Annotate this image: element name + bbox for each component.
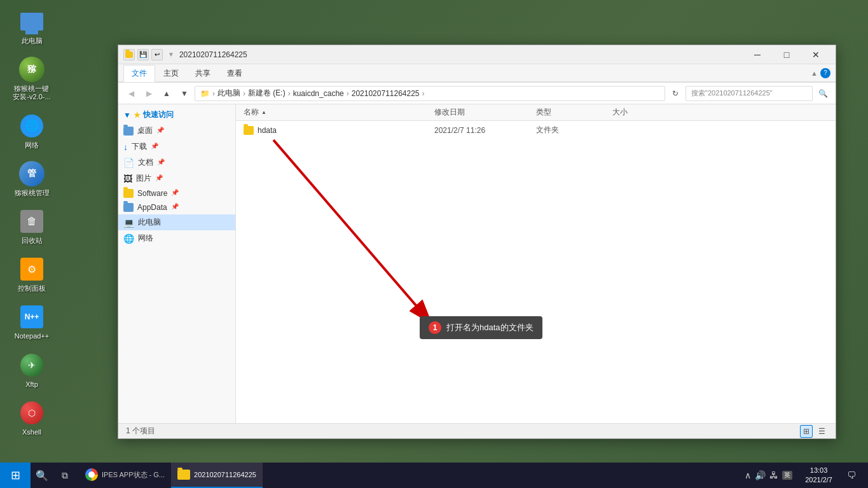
taskbar-right: ∧ 🔊 🖧 英 13:03 2021/2/7 🗨 <box>740 463 868 488</box>
taskbar-app-explorer[interactable]: 2021020711264225 <box>171 463 263 488</box>
mht-install-icon: 猕 <box>19 57 45 82</box>
sidebar-item-downloads[interactable]: ↓ 下载 📌 <box>118 139 235 155</box>
path-segment-this-pc: 📁 <box>200 89 210 98</box>
appdata-pin-icon: 📌 <box>171 203 180 212</box>
sidebar-item-software[interactable]: Software 📌 <box>118 186 235 200</box>
taskbar-app-explorer-label: 2021020711264225 <box>194 471 256 478</box>
title-bar-save-icon-btn: 💾 <box>137 49 149 60</box>
path-segment-this-pc-label: 此电脑 <box>217 88 240 99</box>
desktop-icon-recycle[interactable]: 🗑 回收站 <box>10 206 54 247</box>
recycle-icon: 🗑 <box>19 209 45 234</box>
address-path[interactable]: 📁 › 此电脑 › 新建卷 (E:) › kuaicdn_cache › 202… <box>195 86 665 101</box>
folder-taskbar-icon <box>177 470 190 480</box>
file-item-hdata-name: hdata <box>244 126 434 135</box>
sidebar-item-this-pc[interactable]: 💻 此电脑 <box>118 214 235 230</box>
status-bar: 1 个项目 ⊞ ☰ <box>118 423 836 438</box>
desktop-icon-xshell-label: Xshell <box>22 428 41 436</box>
desktop-icon-mht-manage[interactable]: 管 猕猴桃管理 <box>10 158 54 200</box>
title-bar: 💾 ↩ ▼ 2021020711264225 ─ □ ✕ <box>118 45 836 64</box>
maximize-button[interactable]: □ <box>772 45 801 64</box>
network-sidebar-icon: 🌐 <box>123 234 134 244</box>
tray-speaker-icon[interactable]: 🔊 <box>755 470 766 480</box>
sidebar-item-pictures[interactable]: 🖼 图片 📌 <box>118 171 235 186</box>
desktop-icon-xshell[interactable]: ⬡ Xshell <box>10 398 54 439</box>
ribbon-tab-view[interactable]: 查看 <box>219 65 251 82</box>
sidebar-item-docs[interactable]: 📄 文档 📌 <box>118 155 235 171</box>
col-size-label: 大小 <box>612 107 628 118</box>
main-content: ▼ ★ 快速访问 桌面 📌 ↓ 下载 📌 📄 文档 📌 <box>118 104 836 423</box>
sidebar-quick-access-header[interactable]: ▼ ★ 快速访问 <box>118 107 235 123</box>
hdata-name-label: hdata <box>258 126 277 135</box>
back-button[interactable]: ◀ <box>123 86 139 101</box>
title-bar-controls: ─ □ ✕ <box>743 45 830 64</box>
ribbon-collapse-icon[interactable]: ▲ <box>811 69 818 77</box>
task-view-button[interactable]: ⧉ <box>53 463 76 488</box>
col-header-date[interactable]: 修改日期 <box>434 107 536 118</box>
taskbar-app-ipes-label: IPES APP状态 - G... <box>102 470 165 480</box>
up-button[interactable]: ▲ <box>159 86 174 101</box>
taskbar-app-ipes[interactable]: IPES APP状态 - G... <box>79 463 171 488</box>
tray-network-icon[interactable]: 🖧 <box>769 470 778 480</box>
refresh-button[interactable]: ↻ <box>668 86 683 101</box>
ribbon-tab-share[interactable]: 共享 <box>187 65 219 82</box>
desktop-icon-xftp[interactable]: ✈ Xftp <box>10 350 54 391</box>
sidebar-item-pictures-label: 图片 <box>136 173 151 184</box>
window-title: 2021020711264225 <box>179 50 743 59</box>
forward-button[interactable]: ▶ <box>141 86 156 101</box>
close-button[interactable]: ✕ <box>801 45 830 64</box>
desktop-icon-control-panel[interactable]: ⚙ 控制面板 <box>10 254 54 295</box>
taskbar-tray: ∧ 🔊 🖧 英 <box>740 463 797 488</box>
search-placeholder: 搜索"2021020711264225" <box>691 88 773 98</box>
desktop-icon-mht-install[interactable]: 猕 猕猴桃一键安装-v2.0-... <box>10 54 54 104</box>
tray-arrow-icon[interactable]: ∧ <box>745 470 751 480</box>
start-button[interactable]: ⊞ <box>0 463 31 488</box>
search-icon-button[interactable]: 🔍 <box>815 86 830 101</box>
sidebar-item-network[interactable]: 🌐 网络 <box>118 230 235 246</box>
xftp-icon: ✈ <box>19 352 45 378</box>
ribbon-help-icon[interactable]: ? <box>820 68 830 78</box>
desktop-icon-mht-install-label: 猕猴桃一键安装-v2.0-... <box>13 85 50 101</box>
view-details-button[interactable]: ⊞ <box>800 425 813 438</box>
view-list-button[interactable]: ☰ <box>815 425 828 438</box>
desktop-icon-mht-manage-label: 猕猴桃管理 <box>15 189 50 197</box>
notification-button[interactable]: 🗨 <box>840 463 863 488</box>
tooltip-text: 打开名为hdata的文件夹 <box>446 322 534 333</box>
desktop-pin-icon: 📌 <box>156 127 165 136</box>
taskbar-date-label: 2021/2/7 <box>805 475 832 485</box>
tray-lang-icon[interactable]: 英 <box>782 471 792 480</box>
sidebar-item-desktop[interactable]: 桌面 📌 <box>118 123 235 139</box>
desktop-icon-notepadpp[interactable]: N++ Notepad++ <box>10 302 54 343</box>
desktop-folder-icon <box>123 127 134 136</box>
tooltip-number: 1 <box>429 321 441 334</box>
taskbar-clock[interactable]: 13:03 2021/2/7 <box>800 466 837 485</box>
sidebar: ▼ ★ 快速访问 桌面 📌 ↓ 下载 📌 📄 文档 📌 <box>118 104 236 423</box>
downloads-pin-icon: 📌 <box>151 143 160 151</box>
ribbon-tab-file[interactable]: 文件 <box>123 65 155 82</box>
desktop-icon-xftp-label: Xftp <box>25 380 38 389</box>
minimize-button[interactable]: ─ <box>743 45 772 64</box>
search-box[interactable]: 搜索"2021020711264225" <box>685 86 813 101</box>
col-header-type[interactable]: 类型 <box>536 107 612 118</box>
ribbon-tab-home[interactable]: 主页 <box>155 65 187 82</box>
desktop: 此电脑 猕 猕猴桃一键安装-v2.0-... 🌐 网络 管 猕猴桃管理 🗑 回收… <box>0 0 868 488</box>
sidebar-item-docs-label: 文档 <box>138 157 153 168</box>
sidebar-item-appdata[interactable]: AppData 📌 <box>118 200 235 214</box>
taskbar-search-button[interactable]: 🔍 <box>31 463 53 488</box>
hdata-folder-icon <box>244 126 254 135</box>
pictures-icon: 🖼 <box>123 174 132 184</box>
desktop-icon-network[interactable]: 🌐 网络 <box>10 111 54 152</box>
col-header-size[interactable]: 大小 <box>612 107 676 118</box>
col-header-name[interactable]: 名称 ▲ <box>244 107 434 118</box>
ribbon-tabs: 文件 主页 共享 查看 ▲ ? <box>118 64 836 82</box>
desktop-icon-this-pc[interactable]: 此电脑 <box>10 6 54 48</box>
sidebar-item-network-label: 网络 <box>138 233 153 244</box>
path-arrow-4: › <box>347 89 349 98</box>
recent-button[interactable]: ▼ <box>177 86 192 101</box>
chrome-taskbar-icon <box>85 468 98 481</box>
col-type-label: 类型 <box>536 107 551 118</box>
hdata-type: 文件夹 <box>536 125 612 136</box>
file-item-hdata[interactable]: hdata 2021/2/7 11:26 文件夹 <box>236 121 836 139</box>
search-icon: 🔍 <box>36 470 48 482</box>
quick-access-arrow: ▼ <box>123 111 131 120</box>
title-bar-icons: 💾 ↩ ▼ <box>123 49 174 60</box>
